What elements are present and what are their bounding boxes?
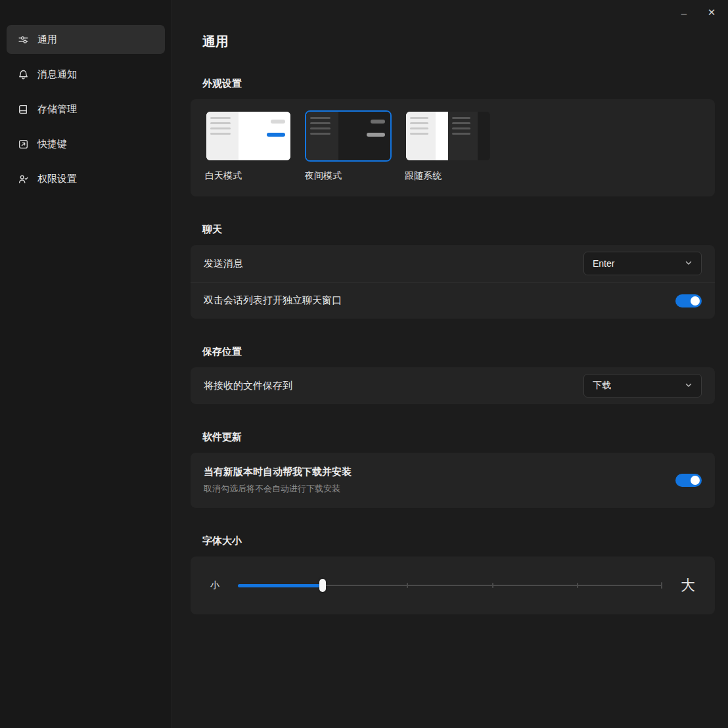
font-size-slider[interactable] <box>238 578 662 593</box>
settings-sidebar: 通用 消息通知 存储管理 快捷键 权限设置 <box>0 0 172 728</box>
theme-dark-preview <box>305 110 392 162</box>
font-size-max-label: 大 <box>681 576 695 595</box>
slider-endcap <box>661 582 662 589</box>
theme-label: 跟随系统 <box>405 170 491 182</box>
appearance-card: 白天模式 夜间模式 跟随系统 <box>191 99 715 196</box>
slider-tick <box>407 583 408 588</box>
theme-label: 白天模式 <box>205 170 292 182</box>
software-update-text: 当有新版本时自动帮我下载并安装 取消勾选后将不会自动进行下载安装 <box>204 466 352 495</box>
settings-window: 通用 消息通知 存储管理 快捷键 权限设置 <box>0 0 728 728</box>
save-location-header: 保存位置 <box>202 346 715 358</box>
chat-card: 发送消息 Enter 双击会话列表打开独立聊天窗口 <box>191 245 715 319</box>
send-message-label: 发送消息 <box>204 258 243 270</box>
font-size-card: 小 大 <box>191 557 715 614</box>
send-message-dropdown[interactable]: Enter <box>583 252 702 275</box>
shortcut-icon <box>18 139 29 150</box>
slider-tick <box>492 583 493 588</box>
double-click-toggle[interactable] <box>675 294 702 307</box>
sidebar-item-permissions[interactable]: 权限设置 <box>7 164 165 193</box>
toggle-knob <box>691 476 700 485</box>
storage-icon <box>18 104 29 115</box>
chevron-down-icon <box>685 258 693 269</box>
font-size-header: 字体大小 <box>202 535 715 547</box>
send-message-value: Enter <box>593 258 614 269</box>
font-size-min-label: 小 <box>210 580 219 591</box>
page-title: 通用 <box>202 33 715 51</box>
save-location-label: 将接收的文件保存到 <box>204 380 292 392</box>
theme-option-dark[interactable]: 夜间模式 <box>305 110 392 186</box>
tune-icon <box>18 34 29 45</box>
font-slider-fill <box>238 584 323 587</box>
sidebar-item-general[interactable]: 通用 <box>7 25 165 54</box>
send-message-row: 发送消息 Enter <box>191 245 715 282</box>
double-click-row: 双击会话列表打开独立聊天窗口 <box>191 282 715 319</box>
theme-auto-preview <box>405 110 491 162</box>
minimize-button[interactable]: – <box>670 3 698 22</box>
sidebar-item-label: 消息通知 <box>37 68 77 81</box>
theme-label: 夜间模式 <box>305 170 392 182</box>
permission-icon <box>18 173 29 185</box>
save-location-dropdown[interactable]: 下载 <box>583 374 702 398</box>
sidebar-item-label: 权限设置 <box>37 173 77 185</box>
chevron-down-icon <box>685 380 693 391</box>
toggle-knob <box>691 296 700 306</box>
software-update-card: 当有新版本时自动帮我下载并安装 取消勾选后将不会自动进行下载安装 <box>191 453 715 508</box>
close-button[interactable]: ✕ <box>698 3 725 22</box>
sidebar-item-shortcuts[interactable]: 快捷键 <box>7 129 165 158</box>
chat-header: 聊天 <box>202 223 715 236</box>
sidebar-item-label: 存储管理 <box>37 103 77 116</box>
appearance-header: 外观设置 <box>202 78 715 90</box>
save-location-row: 将接收的文件保存到 下载 <box>191 367 715 404</box>
sidebar-item-notifications[interactable]: 消息通知 <box>7 60 165 89</box>
theme-option-auto[interactable]: 跟随系统 <box>405 110 491 186</box>
bell-icon <box>18 69 29 80</box>
software-update-toggle[interactable] <box>675 474 702 487</box>
software-update-header: 软件更新 <box>202 431 715 444</box>
settings-content: – ✕ 通用 外观设置 白天模式 <box>172 0 728 728</box>
theme-option-light[interactable]: 白天模式 <box>205 110 292 186</box>
window-controls: – ✕ <box>670 3 725 22</box>
save-location-card: 将接收的文件保存到 下载 <box>191 367 715 404</box>
save-location-value: 下载 <box>593 380 611 392</box>
double-click-label: 双击会话列表打开独立聊天窗口 <box>204 294 342 307</box>
software-update-label: 当有新版本时自动帮我下载并安装 <box>204 466 352 478</box>
software-update-description: 取消勾选后将不会自动进行下载安装 <box>204 483 352 495</box>
theme-light-preview <box>205 110 292 162</box>
font-slider-thumb[interactable] <box>319 579 326 592</box>
sidebar-item-storage[interactable]: 存储管理 <box>7 95 165 124</box>
sidebar-item-label: 通用 <box>37 34 57 46</box>
slider-tick <box>577 583 578 588</box>
sidebar-item-label: 快捷键 <box>37 138 67 150</box>
